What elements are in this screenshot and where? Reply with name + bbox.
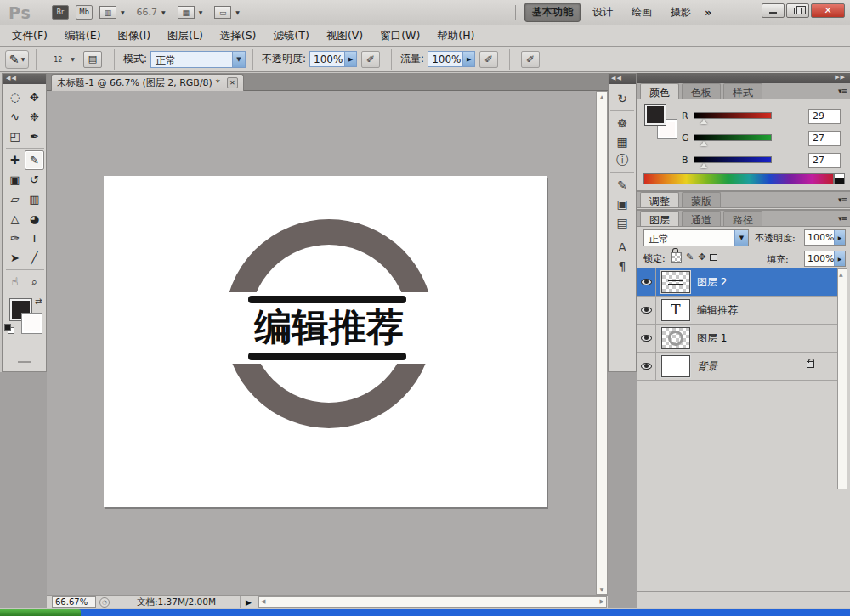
visibility-toggle[interactable] [638,268,656,297]
menu-window[interactable]: 窗口(W) [371,26,428,46]
color-spectrum-ramp[interactable] [643,173,834,184]
brush-panel-icon[interactable]: ✎ [612,176,632,195]
canvas-workspace[interactable]: 编辑推荐 [47,91,596,595]
flow-input[interactable]: 100% ▶ [428,51,475,67]
tab-masks[interactable]: 蒙版 [682,192,721,207]
layer-blend-mode-select[interactable]: 正常 ▼ [643,229,749,246]
blue-slider-handle[interactable] [700,163,707,168]
visibility-toggle[interactable] [638,297,656,325]
green-slider[interactable] [694,134,772,141]
green-slider-handle[interactable] [700,141,707,146]
layer-opacity-input[interactable]: 100% ▶ [804,229,846,246]
scroll-up-icon[interactable]: ▲ [598,93,606,99]
eyedropper-tool[interactable]: ✒ [25,127,44,146]
arrange-documents-control[interactable]: ▦ ▼ [178,6,203,19]
panel-menu-icon[interactable]: ▾≡ [838,214,847,223]
clone-source-panel-icon[interactable]: ▣ [612,195,632,213]
history-panel-icon[interactable]: ↻ [612,89,632,108]
menu-image[interactable]: 图像(I) [110,26,159,46]
move-tool[interactable]: ✥ [25,88,44,107]
tablet-pressure-opacity-icon[interactable]: ✐ [361,51,380,68]
tablet-pressure-size-icon[interactable]: ✐ [521,51,540,68]
paragraph-panel-icon[interactable]: ¶ [612,257,632,275]
launch-bridge-control[interactable]: ▥ ▼ [99,6,125,19]
menu-help[interactable]: 帮助(H) [428,26,483,46]
spectrum-bw-swatches[interactable] [834,173,845,184]
menu-select[interactable]: 选择(S) [212,26,265,46]
tab-swatches[interactable]: 色板 [682,83,721,99]
menu-layer[interactable]: 图层(L) [159,26,212,46]
toggle-brush-panel-button[interactable]: ▤ [83,51,102,68]
vertical-scrollbar[interactable]: ▲ ▼ [596,91,608,595]
menu-edit[interactable]: 编辑(E) [56,26,110,46]
tools-panel-collapse-button[interactable]: ◀◀ [3,74,46,84]
navigator-panel-icon[interactable]: ☸ [612,114,632,133]
brush-preset-picker[interactable]: 12 ▼ [47,55,75,64]
blue-value-field[interactable]: 27 [808,153,841,168]
panel-menu-icon[interactable]: ▾≡ [838,195,847,204]
hand-tool[interactable]: ☝ [5,272,25,291]
menu-view[interactable]: 视图(V) [318,26,371,46]
workspace-design[interactable]: 设计 [586,3,620,21]
workspace-painting[interactable]: 绘画 [625,3,659,21]
tab-color[interactable]: 颜色 [640,83,679,99]
layer-name[interactable]: 图层 2 [697,275,727,290]
menu-filter[interactable]: 滤镜(T) [264,26,317,46]
quick-mask-button[interactable] [18,361,31,363]
dock-collapse-button[interactable]: ▶▶ [638,73,850,83]
tab-adjustments[interactable]: 调整 [640,192,679,207]
layer-name[interactable]: 背景 [697,359,717,374]
start-button[interactable] [0,609,81,616]
character-panel-icon[interactable]: A [612,238,632,257]
quick-selection-tool[interactable]: ❉ [25,107,44,127]
eraser-tool[interactable]: ▱ [5,189,25,209]
lock-position-icon[interactable]: ✥ [698,251,706,263]
tool-preset-picker[interactable]: ✎ ▼ [5,50,29,69]
line-tool[interactable]: ╱ [25,248,44,268]
opacity-input[interactable]: 100% ▶ [309,51,357,67]
panel-menu-icon[interactable]: ▾≡ [838,87,847,95]
minimize-button[interactable] [762,3,785,18]
menu-file[interactable]: 文件(F) [3,26,56,46]
screen-mode-control[interactable]: ▭ ▼ [214,6,240,19]
red-slider-handle[interactable] [700,119,707,124]
tab-styles[interactable]: 样式 [723,83,762,99]
lock-transparency-icon[interactable] [672,252,682,263]
layer-name[interactable]: 编辑推荐 [697,303,738,318]
pen-tool[interactable]: ✑ [5,229,25,248]
spin-arrow-icon[interactable]: ▶ [834,230,845,245]
green-value-field[interactable]: 27 [808,131,841,146]
lasso-tool[interactable]: ∿ [5,107,25,127]
dock-expand-button[interactable]: ◀◀ [609,74,636,84]
windows-taskbar[interactable] [0,609,850,616]
bridge-button[interactable]: Br [52,5,69,20]
histogram-panel-icon[interactable]: ▦ [612,133,632,151]
layer-thumbnail[interactable] [661,327,690,349]
history-brush-tool[interactable]: ↺ [25,170,44,189]
status-menu-arrow-icon[interactable]: ▶ [246,598,252,607]
info-panel-icon[interactable]: ⓘ [612,151,632,170]
zoom-level-control[interactable]: 66.7 ▼ [137,7,166,18]
scroll-left-icon[interactable]: ◀ [261,598,265,605]
spot-healing-brush-tool[interactable]: ✚ [5,150,25,170]
background-color-swatch[interactable] [21,313,42,334]
chevron-down-icon[interactable]: ▼ [734,230,748,246]
blur-tool[interactable]: △ [5,209,25,229]
gradient-tool[interactable]: ▥ [25,189,44,209]
workspace-essentials[interactable]: 基本功能 [524,3,581,22]
scroll-down-icon[interactable]: ▼ [598,586,606,592]
layer-row-background[interactable]: 背景 [638,353,838,381]
layer-thumbnail[interactable] [661,271,690,293]
airbrush-toggle-icon[interactable]: ✐ [479,51,498,68]
brush-tool[interactable]: ✎ [25,150,44,170]
fill-input[interactable]: 100% ▶ [804,251,846,267]
restore-button[interactable] [786,3,809,18]
layer-row-layer2[interactable]: 图层 2 [638,268,838,297]
swap-colors-icon[interactable]: ⇄ [35,297,42,306]
chevron-down-icon[interactable]: ▼ [232,52,245,67]
layer-comps-panel-icon[interactable]: ▤ [612,213,632,232]
close-button[interactable]: ✕ [811,3,845,18]
type-tool[interactable]: T [25,229,44,248]
default-colors-icon[interactable] [4,324,14,334]
visibility-toggle[interactable] [638,353,656,381]
